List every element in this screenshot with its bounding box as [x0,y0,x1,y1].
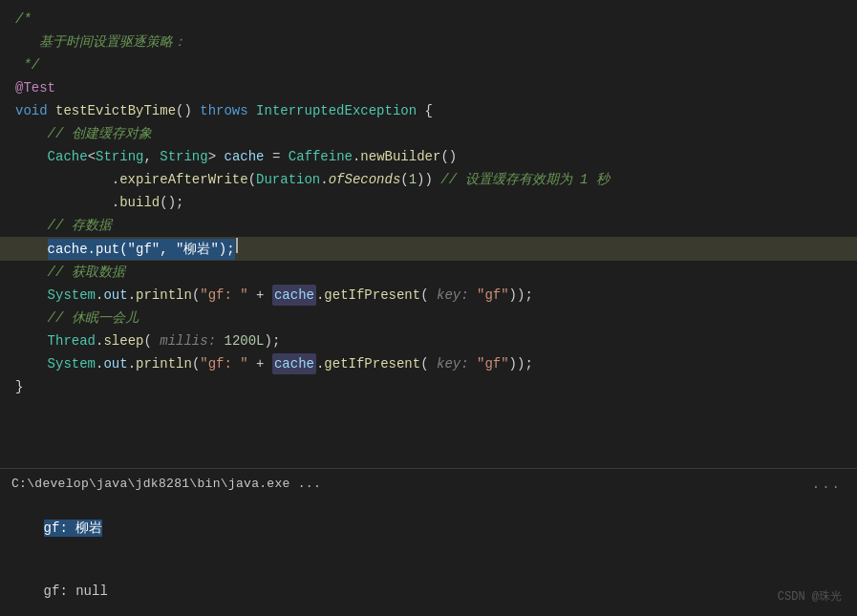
code-line: /* [0,8,857,31]
terminal-dots: ... [812,477,842,492]
code-line: } [0,375,857,398]
code-line: System.out.println("gf: " + cache.getIfP… [0,284,857,307]
code-line: Cache<String, String> cache = Caffeine.n… [0,145,857,168]
terminal-panel: C:\develop\java\jdk8281\bin\java.exe ...… [0,468,857,616]
code-line: @Test [0,76,857,99]
watermark: CSDN @珠光 [778,588,842,605]
code-line-selected: cache.put("gf", "柳岩"); [0,237,857,261]
terminal-title: C:\develop\java\jdk8281\bin\java.exe ... [11,477,846,491]
terminal-line: gf: 柳岩 [11,497,846,560]
code-line: System.out.println("gf: " + cache.getIfP… [0,352,857,375]
code-line: .build(); [0,191,857,214]
code-line: Thread.sleep( millis: 1200L); [0,329,857,352]
terminal-selected-text: gf: 柳岩 [44,520,103,537]
code-line: // 休眠一会儿 [0,307,857,329]
terminal-line: gf: null [11,560,846,616]
code-editor: /* 基于时间设置驱逐策略： */ @Test void testEvictBy… [0,0,857,468]
code-line: // 存数据 [0,214,857,237]
code-line: .expireAfterWrite(Duration.ofSeconds(1))… [0,168,857,191]
code-line: // 创建缓存对象 [0,122,857,145]
code-line: // 获取数据 [0,261,857,284]
code-line: 基于时间设置驱逐策略： [0,31,857,53]
text-cursor [236,238,238,253]
code-line: */ [0,53,857,76]
code-line: void testEvictByTime() throws Interrupte… [0,99,857,122]
